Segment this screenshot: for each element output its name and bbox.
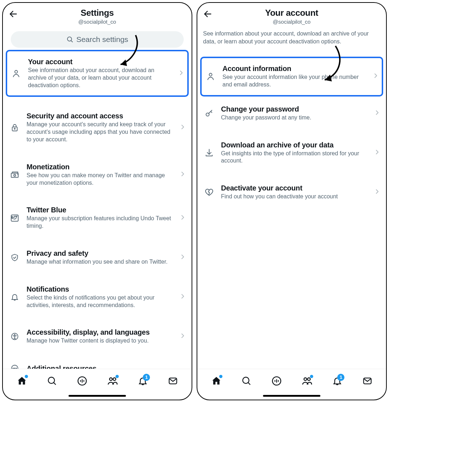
account-item-deactivate[interactable]: Deactivate your account Find out how you… bbox=[200, 178, 383, 207]
nav-home[interactable] bbox=[211, 376, 222, 388]
settings-item-accessibility[interactable]: Accessibility, display, and languages Ma… bbox=[6, 322, 189, 351]
person-icon bbox=[205, 72, 217, 81]
item-desc: Get insights into the type of informatio… bbox=[221, 150, 368, 165]
chevron-right-icon bbox=[178, 70, 184, 77]
header: Your account @socialpilot_co bbox=[197, 3, 386, 28]
mail-icon bbox=[362, 376, 372, 386]
svg-point-26 bbox=[209, 74, 212, 76]
nav-search[interactable] bbox=[47, 376, 57, 387]
item-label: Notifications bbox=[27, 285, 174, 293]
svg-point-3 bbox=[15, 70, 18, 73]
home-indicator bbox=[263, 395, 320, 397]
svg-point-36 bbox=[307, 378, 310, 381]
svg-point-10 bbox=[14, 335, 15, 335]
settings-item-security[interactable]: Security and account access Manage your … bbox=[6, 105, 189, 150]
search-icon bbox=[66, 36, 74, 43]
svg-line-17 bbox=[54, 382, 56, 385]
search-icon bbox=[47, 376, 57, 386]
settings-item-notifications[interactable]: Notifications Select the kinds of notifi… bbox=[6, 279, 189, 316]
settings-list: Your account See information about your … bbox=[3, 50, 192, 369]
item-desc: Manage what information you see and shar… bbox=[27, 258, 174, 266]
search-placeholder: Search settings bbox=[76, 35, 128, 44]
notifications-badge: 1 bbox=[337, 374, 344, 381]
svg-point-23 bbox=[113, 378, 116, 381]
nav-home[interactable] bbox=[17, 376, 27, 388]
search-input[interactable]: Search settings bbox=[11, 31, 184, 48]
settings-item-twitter-blue[interactable]: Twitter Blue Manage your subscription fe… bbox=[6, 199, 189, 236]
svg-point-29 bbox=[243, 377, 249, 383]
nav-messages[interactable] bbox=[168, 376, 178, 387]
nav-communities[interactable] bbox=[107, 376, 118, 388]
item-label: Twitter Blue bbox=[27, 206, 174, 214]
svg-rect-6 bbox=[11, 173, 18, 178]
back-button[interactable] bbox=[203, 9, 212, 20]
chevron-right-icon bbox=[374, 188, 380, 196]
chevron-right-icon bbox=[179, 124, 186, 132]
money-icon bbox=[9, 170, 21, 179]
accessibility-icon bbox=[9, 332, 21, 341]
nav-spaces[interactable] bbox=[77, 376, 87, 387]
svg-point-35 bbox=[304, 378, 307, 381]
item-label: Monetization bbox=[27, 163, 174, 171]
settings-item-your-account[interactable]: Your account See information about your … bbox=[6, 50, 189, 97]
item-label: Deactivate your account bbox=[221, 184, 368, 192]
item-desc: Manage how Twitter content is displayed … bbox=[27, 337, 174, 345]
mic-icon bbox=[272, 376, 282, 386]
settings-item-privacy[interactable]: Privacy and safety Manage what informati… bbox=[6, 243, 189, 272]
chevron-right-icon bbox=[179, 171, 186, 179]
page-handle: @socialpilot_co bbox=[202, 19, 382, 25]
search-icon bbox=[241, 376, 251, 386]
settings-item-additional[interactable]: Additional resources bbox=[6, 358, 189, 369]
nav-notifications[interactable]: 1 bbox=[138, 376, 148, 387]
nav-notifications[interactable]: 1 bbox=[332, 376, 342, 387]
nav-search[interactable] bbox=[241, 376, 251, 387]
svg-point-22 bbox=[109, 378, 112, 381]
item-label: Account information bbox=[222, 65, 367, 73]
page-description: See information about your account, down… bbox=[200, 28, 383, 50]
bell-icon bbox=[9, 293, 21, 301]
search-container: Search settings bbox=[3, 28, 192, 50]
indicator-dot bbox=[219, 375, 222, 378]
header: Settings @socialpilot_co bbox=[3, 3, 192, 28]
account-content: See information about your account, down… bbox=[197, 28, 386, 369]
chevron-right-icon bbox=[179, 293, 186, 301]
heartbreak-icon bbox=[203, 188, 215, 197]
item-desc: See your account information like your p… bbox=[222, 74, 367, 89]
arrow-left-icon bbox=[203, 9, 212, 19]
svg-point-16 bbox=[48, 377, 55, 383]
svg-point-5 bbox=[14, 128, 15, 129]
indicator-dot bbox=[116, 375, 119, 378]
page-title: Settings bbox=[7, 8, 187, 18]
item-label: Download an archive of your data bbox=[221, 141, 368, 149]
item-label: Additional resources bbox=[27, 364, 186, 369]
page-handle: @socialpilot_co bbox=[7, 19, 187, 25]
arrow-left-icon bbox=[9, 9, 18, 19]
more-icon bbox=[9, 364, 21, 369]
key-icon bbox=[203, 109, 215, 118]
nav-spaces[interactable] bbox=[272, 376, 282, 387]
chevron-right-icon bbox=[179, 254, 186, 261]
bottom-nav: 1 bbox=[197, 369, 386, 400]
item-desc: Manage your subscription features includ… bbox=[27, 215, 174, 230]
item-label: Privacy and safety bbox=[27, 249, 174, 258]
account-item-info[interactable]: Account information See your account inf… bbox=[200, 57, 383, 96]
settings-screen: Settings @socialpilot_co Search settings… bbox=[2, 2, 192, 400]
account-item-password[interactable]: Change your password Change your passwor… bbox=[200, 99, 383, 128]
person-icon bbox=[10, 69, 22, 78]
svg-point-1 bbox=[67, 37, 72, 41]
nav-communities[interactable] bbox=[302, 376, 312, 388]
nav-messages[interactable] bbox=[362, 376, 372, 387]
item-desc: Change your password at any time. bbox=[221, 114, 368, 122]
shield-icon bbox=[9, 253, 21, 262]
settings-item-monetization[interactable]: Monetization See how you can make money … bbox=[6, 156, 189, 193]
svg-point-7 bbox=[14, 174, 15, 176]
svg-line-30 bbox=[248, 382, 250, 385]
account-item-archive[interactable]: Download an archive of your data Get ins… bbox=[200, 135, 383, 171]
mail-icon bbox=[168, 376, 178, 386]
item-desc: Find out how you can deactivate your acc… bbox=[221, 193, 368, 201]
item-label: Your account bbox=[28, 58, 172, 66]
mic-icon bbox=[77, 376, 87, 386]
indicator-dot bbox=[310, 375, 313, 378]
chevron-right-icon bbox=[179, 333, 186, 340]
back-button[interactable] bbox=[9, 9, 18, 20]
